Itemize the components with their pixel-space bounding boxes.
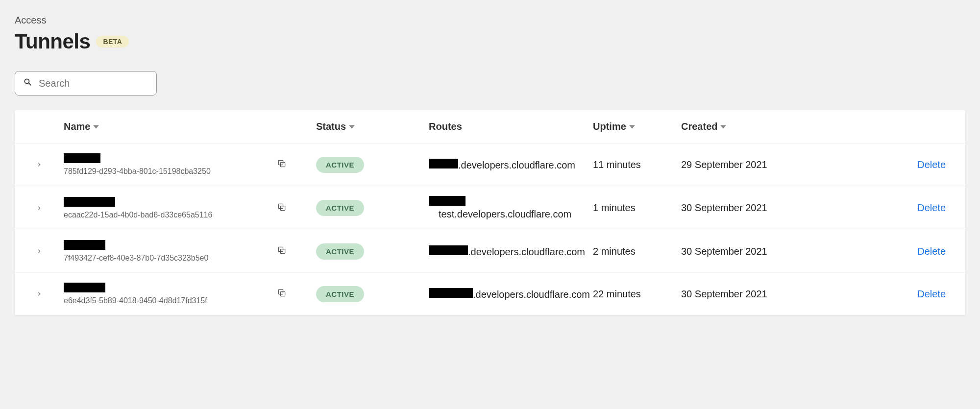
copy-icon[interactable] <box>277 245 287 257</box>
route-prefix-redacted <box>429 288 473 298</box>
status-badge: ACTIVE <box>316 200 364 216</box>
expand-button[interactable] <box>15 161 64 168</box>
table-row: 785fd129-d293-4bba-801c-15198cba3250 ACT… <box>15 144 965 186</box>
tunnel-name-redacted <box>64 240 105 250</box>
table-row: 7f493427-cef8-40e3-87b0-7d35c323b5e0 ACT… <box>15 230 965 273</box>
name-cell: 785fd129-d293-4bba-801c-15198cba3250 <box>64 153 316 176</box>
column-uptime[interactable]: Uptime <box>593 121 681 132</box>
tunnel-id: e6e4d3f5-5b89-4018-9450-4d8d17fd315f <box>64 296 207 305</box>
title-row: Tunnels BETA <box>15 30 965 53</box>
delete-button[interactable]: Delete <box>917 202 946 214</box>
uptime-cell: 11 minutes <box>593 159 681 170</box>
route-prefix-redacted <box>429 159 458 168</box>
breadcrumb[interactable]: Access <box>15 15 965 26</box>
table-header: Name Status Routes Uptime Created <box>15 110 965 144</box>
copy-icon[interactable] <box>277 159 287 170</box>
uptime-cell: 1 minutes <box>593 202 681 214</box>
name-cell: ecaac22d-15ad-4b0d-bad6-d33ce65a5116 <box>64 197 316 219</box>
expand-button[interactable] <box>15 248 64 255</box>
routes-cell: .developers.cloudflare.com <box>429 288 593 300</box>
created-cell: 29 September 2021 <box>681 159 838 170</box>
status-badge: ACTIVE <box>316 286 364 302</box>
column-name-label: Name <box>64 121 90 132</box>
page-title: Tunnels <box>15 30 90 53</box>
copy-icon[interactable] <box>277 288 287 300</box>
routes-cell: test.developers.cloudflare.com <box>429 196 593 220</box>
tunnel-name-redacted <box>64 153 100 163</box>
column-name[interactable]: Name <box>64 121 316 132</box>
tunnel-name-redacted <box>64 283 105 292</box>
search-icon <box>23 77 33 89</box>
tunnel-id: 7f493427-cef8-40e3-87b0-7d35c323b5e0 <box>64 254 208 263</box>
column-uptime-label: Uptime <box>593 121 626 132</box>
status-badge: ACTIVE <box>316 157 364 173</box>
delete-button[interactable]: Delete <box>917 289 946 300</box>
table-row: ecaac22d-15ad-4b0d-bad6-d33ce65a5116 ACT… <box>15 186 965 230</box>
delete-button[interactable]: Delete <box>917 246 946 257</box>
route-prefix-redacted <box>429 245 468 255</box>
copy-icon[interactable] <box>277 202 287 214</box>
column-status-label: Status <box>316 121 346 132</box>
route-suffix: .developers.cloudflare.com <box>468 246 585 258</box>
name-cell: 7f493427-cef8-40e3-87b0-7d35c323b5e0 <box>64 240 316 263</box>
search-box[interactable] <box>15 71 157 96</box>
beta-badge: BETA <box>96 36 129 48</box>
status-badge: ACTIVE <box>316 243 364 260</box>
sort-icon <box>349 121 355 132</box>
column-routes-label: Routes <box>429 121 462 132</box>
tunnels-table: Name Status Routes Uptime Created 785fd1… <box>15 110 965 315</box>
routes-cell: .developers.cloudflare.com <box>429 245 593 258</box>
created-cell: 30 September 2021 <box>681 289 838 300</box>
expand-button[interactable] <box>15 205 64 212</box>
tunnel-id: ecaac22d-15ad-4b0d-bad6-d33ce65a5116 <box>64 211 212 219</box>
created-cell: 30 September 2021 <box>681 202 838 214</box>
column-routes: Routes <box>429 121 593 132</box>
uptime-cell: 2 minutes <box>593 246 681 257</box>
routes-cell: .developers.cloudflare.com <box>429 159 593 171</box>
tunnel-id: 785fd129-d293-4bba-801c-15198cba3250 <box>64 167 211 176</box>
created-cell: 30 September 2021 <box>681 246 838 257</box>
column-status[interactable]: Status <box>316 121 429 132</box>
column-created-label: Created <box>681 121 717 132</box>
expand-button[interactable] <box>15 290 64 297</box>
search-input[interactable] <box>39 78 163 89</box>
route-suffix: .developers.cloudflare.com <box>458 160 575 171</box>
route-line2: test.developers.cloudflare.com <box>439 209 571 220</box>
column-created[interactable]: Created <box>681 121 838 132</box>
sort-icon <box>93 121 99 132</box>
route-prefix-redacted <box>429 196 466 206</box>
tunnel-name-redacted <box>64 197 115 207</box>
delete-button[interactable]: Delete <box>917 159 946 170</box>
sort-icon <box>629 121 635 132</box>
table-row: e6e4d3f5-5b89-4018-9450-4d8d17fd315f ACT… <box>15 273 965 315</box>
sort-icon <box>720 121 726 132</box>
name-cell: e6e4d3f5-5b89-4018-9450-4d8d17fd315f <box>64 283 316 305</box>
route-suffix: .developers.cloudflare.com <box>473 289 590 300</box>
uptime-cell: 22 minutes <box>593 289 681 300</box>
